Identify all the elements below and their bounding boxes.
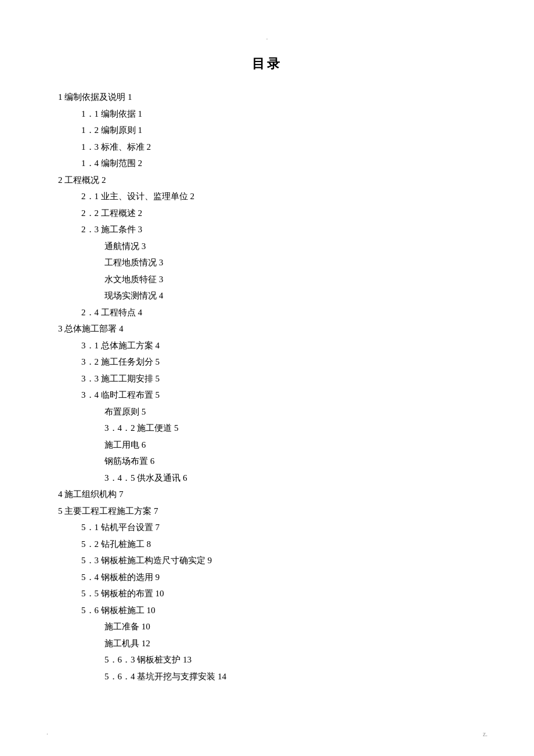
toc-item: 施工用电 6 <box>104 437 476 453</box>
toc-item: 1．1 编制依据 1 <box>81 106 476 123</box>
toc-item: 5．6．3 钢板桩支护 13 <box>104 651 476 668</box>
toc-item: 施工机具 12 <box>104 635 476 652</box>
toc-item: 5 主要工程工程施工方案 7 <box>58 503 476 520</box>
footer-left: · <box>46 730 48 739</box>
toc-item: 1．2 编制原则 1 <box>81 122 476 139</box>
toc-item: 水文地质特征 3 <box>104 271 476 288</box>
toc-item: 2．1 业主、设计、监理单位 2 <box>81 188 476 205</box>
toc-item: 布置原则 5 <box>104 404 476 420</box>
toc-item: 2．3 施工条件 3 <box>81 221 476 238</box>
toc-item: 3 总体施工部署 4 <box>58 321 476 337</box>
footer-right: z. <box>483 730 488 739</box>
toc-item: 通航情况 3 <box>104 238 476 255</box>
toc-item: 4 施工组织机构 7 <box>58 486 476 503</box>
toc-item: 5．6．4 基坑开挖与支撑安装 14 <box>104 668 476 685</box>
toc-item: 2．2 工程概述 2 <box>81 205 476 222</box>
toc-item: 5．6 钢板桩施工 10 <box>81 602 476 619</box>
toc-item: 1．3 标准、标准 2 <box>81 139 476 156</box>
toc-item: 5．5 钢板桩的布置 10 <box>81 585 476 602</box>
toc-item: 3．2 施工任务划分 5 <box>81 354 476 370</box>
toc-item: 5．1 钻机平台设置 7 <box>81 519 476 536</box>
toc-item: 钢筋场布置 6 <box>104 453 476 470</box>
toc-item: 3．4．2 施工便道 5 <box>104 420 476 437</box>
page: · 目录 1 编制依据及说明 11．1 编制依据 11．2 编制原则 11．3 … <box>0 0 534 756</box>
toc-item: 3．4 临时工程布置 5 <box>81 387 476 404</box>
toc-item: 5．2 钻孔桩施工 8 <box>81 536 476 553</box>
toc-item: 5．4 钢板桩的选用 9 <box>81 569 476 586</box>
toc-item: 5．3 钢板桩施工构造尺寸确实定 9 <box>81 552 476 569</box>
page-footer: · z. <box>0 730 534 739</box>
toc-item: 2 工程概况 2 <box>58 172 476 189</box>
toc-item: 工程地质情况 3 <box>104 254 476 271</box>
toc-item: 现场实测情况 4 <box>104 287 476 304</box>
toc-container: 1 编制依据及说明 11．1 编制依据 11．2 编制原则 11．3 标准、标准… <box>58 89 476 685</box>
toc-item: 3．3 施工工期安排 5 <box>81 370 476 387</box>
page-title: 目录 <box>58 55 476 73</box>
toc-item: 1 编制依据及说明 1 <box>58 89 476 106</box>
toc-item: 2．4 工程特点 4 <box>81 304 476 321</box>
toc-item: 施工准备 10 <box>104 618 476 635</box>
toc-item: 3．1 总体施工方案 4 <box>81 337 476 354</box>
header-dot: · <box>58 35 476 44</box>
toc-item: 1．4 编制范围 2 <box>81 155 476 172</box>
toc-item: 3．4．5 供水及通讯 6 <box>104 470 476 487</box>
